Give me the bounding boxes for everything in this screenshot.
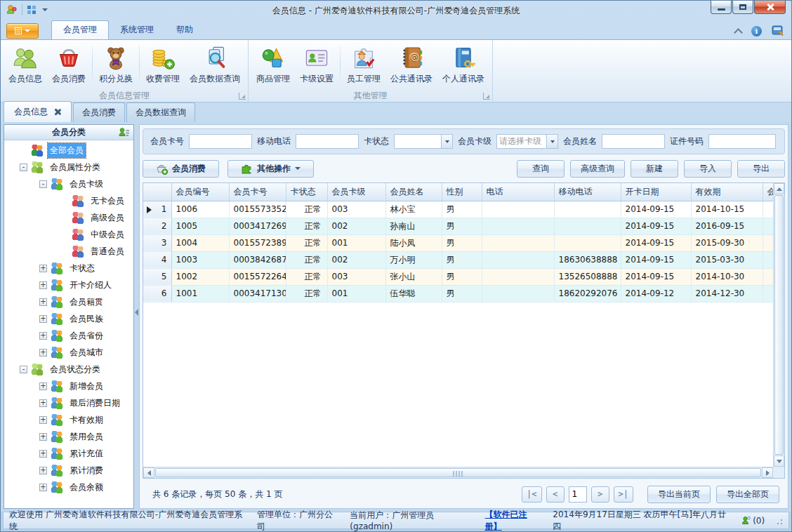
card-no-input[interactable] [189, 134, 252, 149]
col-card-level[interactable]: 会员卡级 [327, 183, 385, 201]
ribbon-button-fee-management[interactable]: 收费管理 [141, 41, 185, 89]
restore-button[interactable] [732, 1, 753, 14]
ribbon-button-member-data-query[interactable]: 会员数据查询 [185, 41, 245, 89]
vertical-scrollbar[interactable] [773, 183, 784, 467]
col-valid-until[interactable]: 有效期 [691, 183, 763, 201]
next-page-button[interactable]: > [591, 486, 609, 503]
col-mobile[interactable]: 移动电话 [554, 183, 621, 201]
minimize-button[interactable] [711, 1, 732, 14]
dialog-launcher-icon[interactable] [239, 93, 246, 100]
tree-item[interactable]: 会员余额 [4, 479, 133, 496]
table-row[interactable]: 5 1002 0015572264 正常 003 张小山 男 135265088… [143, 268, 777, 285]
tree-expander-icon[interactable] [39, 298, 47, 306]
tree-item[interactable]: 禁用会员 [4, 428, 133, 445]
card-level-select[interactable]: 请选择卡级 [496, 134, 558, 149]
collapse-ribbon-icon[interactable] [734, 28, 743, 37]
tree-expander-icon[interactable] [39, 484, 47, 491]
ribbon-button-points-exchange[interactable]: 积分兑换 [94, 41, 138, 89]
row-number-cell[interactable]: 1 [143, 201, 171, 218]
tree-item[interactable]: 会员民族 [4, 310, 133, 327]
tree-item[interactable]: 卡有效期 [4, 411, 133, 428]
table-row[interactable]: 6 1001 0003417130 正常 001 伍华聪 男 186202920… [143, 285, 777, 302]
row-number-cell[interactable]: 2 [143, 218, 171, 234]
ribbon-button-public-contacts[interactable]: @ 公共通讯录 [385, 41, 437, 89]
tree-item[interactable]: 最后消费日期 [4, 394, 133, 411]
tree-expander-icon[interactable] [39, 332, 47, 340]
tree-expander-icon[interactable] [39, 383, 47, 390]
table-row[interactable]: 3 1004 0015572389 正常 001 陆小凤 男 2014-09-1… [143, 234, 777, 251]
tree-item[interactable]: 累计消费 [4, 462, 133, 479]
scroll-up-button[interactable] [774, 183, 784, 194]
table-row[interactable]: 1 1006 0015573352 正常 003 林小宝 男 2014-09-1… [143, 201, 777, 218]
card-status-select[interactable] [394, 134, 453, 149]
first-page-button[interactable]: |< [522, 486, 541, 503]
tree-expander-icon[interactable] [20, 164, 27, 171]
new-button[interactable]: 新建 [631, 160, 678, 178]
col-card-no[interactable]: 会员卡号 [229, 183, 286, 201]
ribbon-button-member-consume[interactable]: 会员消费 [47, 41, 91, 89]
ribbon-tab-system-management[interactable]: 系统管理 [109, 21, 165, 39]
tree-item[interactable]: 中级会员 [4, 226, 133, 243]
tree-expander-icon[interactable] [39, 315, 47, 323]
dropdown-button[interactable] [441, 135, 452, 148]
member-name-input[interactable] [602, 134, 665, 149]
import-button[interactable]: 导入 [684, 160, 732, 178]
scroll-down-button[interactable] [774, 455, 784, 467]
tree-expander-icon[interactable] [39, 281, 47, 289]
tree-item[interactable]: 会员卡级 [4, 175, 133, 192]
ribbon-button-product-management[interactable]: 商品管理 [251, 41, 295, 89]
info-icon[interactable]: i [751, 26, 762, 36]
col-member-name[interactable]: 会员姓名 [385, 183, 442, 201]
resize-grip-icon[interactable] [774, 517, 783, 525]
col-card-status[interactable]: 卡状态 [286, 183, 327, 201]
row-number-cell[interactable]: 5 [143, 268, 171, 285]
tree-expander-icon[interactable] [39, 416, 47, 424]
tree-expander-icon[interactable] [39, 467, 47, 474]
tree-item[interactable]: 高级会员 [4, 209, 133, 226]
ribbon-tab-member-management[interactable]: 会员管理 [51, 20, 109, 39]
doc-tab-member-data-query[interactable]: 会员数据查询 [126, 102, 195, 122]
col-open-date[interactable]: 开卡日期 [621, 183, 691, 201]
last-page-button[interactable]: >| [614, 486, 633, 503]
tree-item[interactable]: 累计充值 [4, 445, 133, 462]
ribbon-button-member-info[interactable]: 会员信息 [4, 41, 47, 89]
col-member-no[interactable]: 会员编号 [171, 183, 229, 201]
member-consume-button[interactable]: 会员消费 [143, 160, 219, 178]
tree-expander-icon[interactable] [39, 349, 47, 357]
ribbon-button-staff-management[interactable]: 员工管理 [342, 41, 385, 89]
doc-tab-member-info[interactable]: 会员信息 [4, 101, 72, 122]
panel-collapse-arrow-icon[interactable] [135, 309, 138, 316]
v-scrollbar-thumb[interactable] [774, 195, 784, 455]
tree-item[interactable]: 卡状态 [4, 260, 133, 277]
tree-item[interactable]: 普通会员 [4, 243, 133, 260]
tree-item[interactable]: 会员属性分类 [4, 159, 133, 175]
table-row[interactable]: 2 1005 0003417269 正常 002 孙南山 男 2014-09-1… [143, 218, 777, 234]
row-selector-header[interactable] [143, 183, 171, 201]
tree-expander-icon[interactable] [39, 265, 47, 272]
advanced-query-button[interactable]: 高级查询 [570, 160, 625, 178]
tree-expander-icon[interactable] [39, 433, 47, 441]
tree-item[interactable]: 全部会员 [4, 142, 133, 159]
other-operations-button[interactable]: 其他操作 [227, 160, 314, 178]
query-button[interactable]: 查询 [517, 160, 565, 178]
ribbon-button-personal-contacts[interactable]: 个人通讯录 [437, 41, 489, 89]
page-number-input[interactable] [569, 486, 587, 503]
tree-expander-icon[interactable] [39, 399, 47, 407]
horizontal-scrollbar[interactable] [143, 467, 773, 478]
tree-item[interactable]: 开卡介绍人 [4, 277, 133, 293]
col-gender[interactable]: 性别 [442, 183, 482, 201]
ribbon-tab-help[interactable]: 帮助 [165, 21, 204, 39]
tree-item[interactable]: 会员籍贯 [4, 293, 133, 310]
ribbon-button-card-level-settings[interactable]: 卡级设置 [295, 41, 338, 89]
doc-tab-member-consume[interactable]: 会员消费 [73, 102, 125, 122]
row-number-cell[interactable]: 6 [143, 285, 171, 302]
application-menu-button[interactable] [6, 23, 39, 39]
software-registered-link[interactable]: 【软件已注册】 [485, 509, 543, 532]
tree-expander-icon[interactable] [20, 366, 27, 373]
prev-page-button[interactable]: < [546, 486, 565, 503]
scroll-left-button[interactable] [143, 467, 154, 478]
tree-item[interactable]: 新增会员 [4, 378, 133, 394]
row-number-cell[interactable]: 4 [143, 251, 171, 268]
tree-item[interactable]: 会员状态分类 [4, 361, 133, 378]
close-button[interactable] [754, 1, 786, 14]
